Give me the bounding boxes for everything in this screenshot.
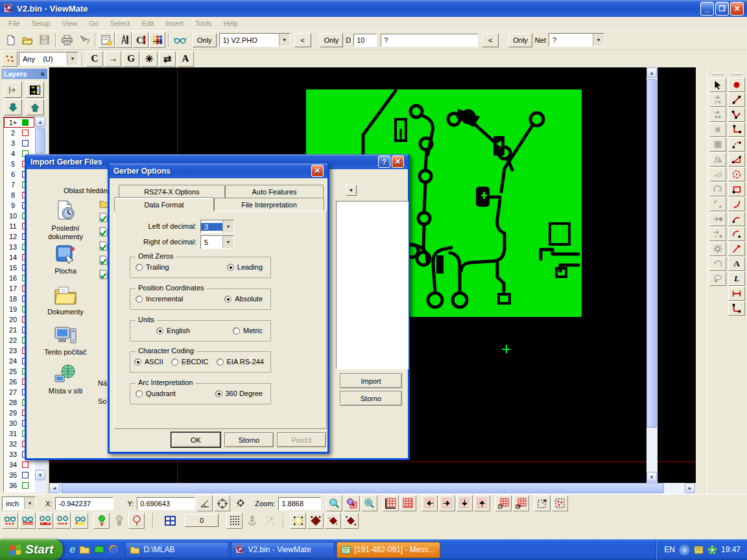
- ie-icon[interactable]: e: [69, 543, 75, 556]
- draw-sketch-button[interactable]: [728, 242, 745, 256]
- task-message[interactable]: [191-482-091] - Mess...: [337, 542, 440, 558]
- width-tool-button[interactable]: [728, 286, 745, 301]
- radio-icon[interactable]: [171, 358, 178, 366]
- task-viewmate[interactable]: V2.bin - ViewMate: [231, 542, 335, 558]
- ok-button[interactable]: OK: [171, 432, 220, 447]
- layer-color-swatch[interactable]: [22, 482, 29, 489]
- layer-row[interactable]: 35: [4, 470, 34, 480]
- only-dcode-button[interactable]: Only: [320, 33, 344, 47]
- close-button[interactable]: ✕: [392, 156, 404, 168]
- place-my-computer[interactable]: Tento počítač: [34, 325, 97, 356]
- toolbar-grip[interactable]: [713, 73, 724, 75]
- toolbar-grip[interactable]: [731, 73, 742, 75]
- aperture-list-button[interactable]: [99, 32, 115, 48]
- radio-icon[interactable]: [136, 390, 143, 397]
- radio-option[interactable]: Quadrant: [136, 390, 176, 397]
- label-tool-button[interactable]: L: [728, 272, 745, 286]
- menu-file[interactable]: File: [3, 18, 26, 29]
- place-recent-documents[interactable]: Poslední dokumenty: [34, 200, 97, 241]
- layer-color-swatch[interactable]: [22, 130, 29, 136]
- draw-arc-button[interactable]: [728, 137, 745, 152]
- menu-select[interactable]: Select: [104, 18, 136, 29]
- zoom-grid-button[interactable]: [344, 495, 360, 511]
- radio-option[interactable]: 360 Degree: [215, 390, 263, 397]
- scroll-down-icon[interactable]: ▼: [35, 470, 45, 480]
- snap-grid-button[interactable]: [226, 513, 243, 529]
- pan-up-button[interactable]: [474, 495, 490, 511]
- restore-button[interactable]: ❐: [715, 2, 729, 16]
- tray-message-icon[interactable]: [694, 546, 704, 554]
- minimize-button[interactable]: _: [700, 2, 714, 16]
- place-desktop[interactable]: Plocha: [34, 244, 97, 275]
- rotate-tool-button[interactable]: [709, 182, 726, 196]
- draw-curve-button[interactable]: [728, 197, 745, 211]
- tab-data-format[interactable]: Data Format: [114, 197, 214, 211]
- layer-colors-button[interactable]: [149, 32, 165, 48]
- chevron-down-icon[interactable]: ▼: [67, 52, 78, 65]
- group-select-button[interactable]: G: [123, 51, 139, 67]
- layer-row[interactable]: 34: [4, 460, 34, 470]
- text-tool-button[interactable]: A: [728, 257, 745, 271]
- select-cursor-button[interactable]: [709, 78, 726, 92]
- highlight-on-button[interactable]: [93, 513, 110, 529]
- layers-panel-title[interactable]: Layers×: [1, 69, 47, 79]
- net-combo[interactable]: ?▼: [549, 33, 604, 47]
- prev-layer-button[interactable]: <: [294, 33, 311, 47]
- text-select-button[interactable]: A: [177, 51, 194, 67]
- radio-option[interactable]: English: [156, 327, 190, 334]
- view-pads-button[interactable]: [2, 513, 18, 529]
- tile-windows-button[interactable]: [162, 513, 178, 529]
- view-polygons-button[interactable]: [37, 513, 53, 529]
- chevron-down-icon[interactable]: ▼: [24, 497, 35, 509]
- canvas-hscrollbar[interactable]: ◄ ►: [49, 483, 696, 494]
- tab-rs274x[interactable]: RS274-X Options: [119, 185, 225, 198]
- view-lines-button[interactable]: [54, 513, 71, 529]
- menu-edit[interactable]: Edit: [136, 18, 160, 29]
- scroll-up-icon[interactable]: ▲: [646, 67, 657, 78]
- radio-icon[interactable]: [227, 264, 234, 271]
- file-list[interactable]: [336, 201, 409, 369]
- scroll-right-icon[interactable]: ►: [685, 483, 695, 493]
- prev-dcode-button[interactable]: <: [482, 33, 499, 47]
- pad-pattern-button[interactable]: [1, 51, 18, 67]
- layer-color-swatch[interactable]: [22, 461, 29, 468]
- vector-snap-button[interactable]: [261, 513, 278, 529]
- view-options-button[interactable]: [172, 32, 188, 48]
- menu-setup[interactable]: Setup: [26, 18, 56, 29]
- step-tool-button[interactable]: [709, 227, 726, 241]
- grid-offset-button[interactable]: [513, 495, 529, 511]
- close-button[interactable]: ✕: [311, 165, 324, 177]
- left-decimal-combo[interactable]: 3▼: [200, 220, 234, 233]
- grid-button[interactable]: [400, 495, 416, 511]
- layer-setup-button[interactable]: [26, 82, 44, 98]
- radio-option[interactable]: EIA RS-244: [217, 358, 264, 366]
- radio-icon[interactable]: [136, 296, 143, 303]
- radio-icon[interactable]: [233, 327, 240, 334]
- zoom-value[interactable]: 1.8868: [278, 497, 321, 510]
- radio-icon[interactable]: [224, 296, 231, 303]
- scroll-up-icon[interactable]: ▲: [35, 117, 45, 127]
- zoom-select-button[interactable]: [361, 495, 377, 511]
- gerber-dialog-titlebar[interactable]: Gerber Options ✕: [110, 163, 327, 178]
- radio-icon[interactable]: [156, 327, 163, 334]
- open-file-button[interactable]: [19, 32, 36, 48]
- grid-origin-button[interactable]: [495, 495, 512, 511]
- pan-right-button[interactable]: [439, 495, 455, 511]
- snap-tool-button[interactable]: [709, 212, 726, 226]
- settings-tool-button[interactable]: [709, 242, 726, 256]
- select-filter-combo[interactable]: Any (U)▼: [19, 52, 78, 65]
- radio-icon[interactable]: [136, 264, 143, 271]
- menu-go[interactable]: Go: [83, 18, 104, 29]
- highlight-off-button[interactable]: [111, 513, 127, 529]
- target-origin-button[interactable]: [214, 495, 230, 511]
- look-in-dropdown-icon[interactable]: ▼: [346, 185, 357, 196]
- storno-button[interactable]: Storno: [340, 391, 402, 406]
- context-help-button[interactable]: ?: [76, 32, 92, 48]
- language-indicator[interactable]: EN: [664, 545, 675, 554]
- menu-view[interactable]: View: [56, 18, 83, 29]
- large-square-tool-button[interactable]: [709, 137, 726, 152]
- relative-origin-button[interactable]: [231, 495, 248, 511]
- radio-icon[interactable]: [215, 390, 222, 397]
- canvas-vscrollbar[interactable]: ▲ ▼: [646, 67, 658, 483]
- scroll-down-icon[interactable]: ▼: [646, 472, 657, 482]
